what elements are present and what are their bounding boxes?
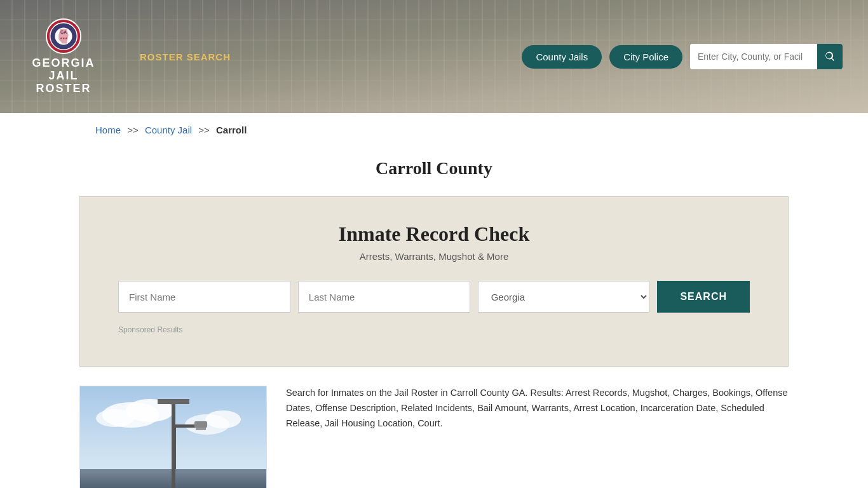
- svg-rect-14: [194, 421, 207, 428]
- header-search-bar: [690, 44, 843, 69]
- logo-georgia: GEORGIA: [32, 57, 95, 70]
- state-select[interactable]: AlabamaAlaskaArizonaArkansasCaliforniaCo…: [478, 281, 650, 313]
- inmate-search-button[interactable]: SEARCH: [657, 281, 750, 313]
- roster-search-nav[interactable]: ROSTER SEARCH: [140, 51, 231, 62]
- svg-rect-11: [80, 469, 267, 488]
- logo-jail: JAIL: [48, 70, 78, 83]
- svg-rect-15: [196, 428, 206, 430]
- breadcrumb-county-jail[interactable]: County Jail: [145, 125, 192, 135]
- breadcrumb-sep1: >>: [127, 125, 139, 135]
- svg-rect-13: [172, 424, 198, 428]
- logo-roster: ROSTER: [36, 83, 91, 95]
- breadcrumb-current: Carroll: [216, 125, 247, 135]
- georgia-seal-icon: GA ★★★: [45, 18, 82, 55]
- page-title-section: Carroll County: [0, 147, 868, 196]
- svg-rect-12: [172, 424, 176, 469]
- page-title: Carroll County: [0, 158, 868, 179]
- record-check-subtitle: Arrests, Warrants, Mugshot & More: [118, 251, 750, 262]
- site-header: GA ★★★ GEORGIA JAIL ROSTER ROSTER SEARCH…: [0, 0, 868, 113]
- city-police-button[interactable]: City Police: [609, 45, 682, 69]
- breadcrumb-home[interactable]: Home: [95, 125, 121, 135]
- breadcrumb: Home >> County Jail >> Carroll: [0, 113, 868, 147]
- inmate-record-check-section: Inmate Record Check Arrests, Warrants, M…: [79, 196, 789, 367]
- svg-point-8: [96, 409, 134, 427]
- bottom-description: Search for Inmates on the Jail Roster in…: [286, 386, 789, 488]
- county-image: [79, 386, 267, 488]
- site-logo: GA ★★★ GEORGIA JAIL ROSTER: [25, 18, 102, 95]
- county-jails-button[interactable]: County Jails: [522, 45, 602, 69]
- svg-point-10: [205, 410, 241, 428]
- record-check-heading: Inmate Record Check: [118, 222, 750, 246]
- first-name-input[interactable]: [118, 281, 290, 313]
- county-illustration: [80, 386, 267, 488]
- bottom-section: Search for Inmates on the Jail Roster in…: [0, 367, 868, 488]
- header-search-input[interactable]: [690, 44, 817, 69]
- header-actions: County Jails City Police: [522, 44, 843, 69]
- breadcrumb-sep2: >>: [198, 125, 210, 135]
- last-name-input[interactable]: [298, 281, 470, 313]
- header-search-button[interactable]: [817, 44, 843, 69]
- search-form-row: AlabamaAlaskaArizonaArkansasCaliforniaCo…: [118, 281, 750, 313]
- sponsored-label: Sponsored Results: [118, 325, 750, 334]
